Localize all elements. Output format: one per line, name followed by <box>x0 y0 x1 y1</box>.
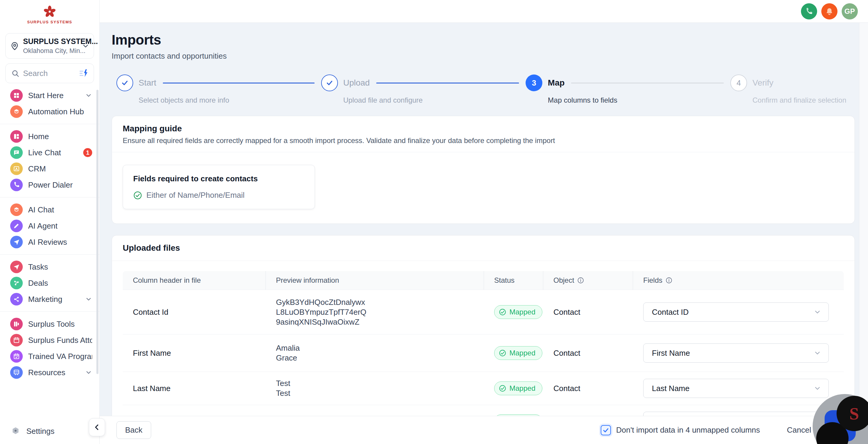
field-select[interactable]: Business Name <box>643 412 829 416</box>
uploaded-files-title: Uploaded files <box>123 243 844 253</box>
preview-cell: GykB3YdHQocZtDnalywx L8LuOBYmpuzTpfT74er… <box>266 290 484 334</box>
layout-icon <box>10 318 23 330</box>
calendar-check-icon <box>10 350 23 362</box>
step-number-circle: 4 <box>730 74 747 91</box>
sidebar-item-label: AI Reviews <box>28 237 67 247</box>
sidebar-item-crm[interactable]: CRM <box>0 161 99 177</box>
sidebar-item-label: CRM <box>28 164 46 173</box>
step-number: 4 <box>737 78 741 88</box>
phone-icon <box>805 7 813 15</box>
field-select[interactable]: First Name <box>643 344 829 362</box>
preview-line: 9asinqXNISqJIwaOixwZ <box>276 317 360 327</box>
page-scrollbar-gutter[interactable] <box>859 23 868 416</box>
step-label: Start <box>138 78 156 88</box>
sidebar-item-ai-chat[interactable]: AI Chat <box>0 202 99 218</box>
step-caption: Confirm and finalize selection <box>752 96 850 104</box>
preview-cell: Test Test <box>266 372 484 405</box>
location-switcher[interactable]: SURPLUS SYSTEM... Oklahoma City, Min... <box>5 33 94 59</box>
automation-icon <box>10 105 23 118</box>
chat-launcher[interactable]: S <box>813 394 868 444</box>
required-fields-title: Fields required to create contacts <box>133 174 304 183</box>
info-icon[interactable] <box>577 277 584 284</box>
sidebar-item-label: Tasks <box>28 262 48 272</box>
check-circle-icon <box>499 349 506 357</box>
sidebar-item-label: Start Here <box>28 91 64 100</box>
page-subtitle: Import contacts and opportunities <box>112 52 855 61</box>
file-column-name: Contact Id <box>123 290 266 334</box>
user-avatar[interactable]: GP <box>842 3 858 20</box>
location-city: Oklahoma City, Min... <box>23 47 78 55</box>
status-cell: Mapped <box>484 335 543 372</box>
fields-cell: First Name <box>633 335 844 372</box>
chat-brand-initial: S <box>849 404 859 424</box>
field-select[interactable]: Last Name <box>643 379 829 398</box>
column-header-label: Object <box>553 276 574 285</box>
nodes-icon <box>10 277 23 289</box>
sidebar-item-deals[interactable]: Deals <box>0 275 99 291</box>
pencil-icon <box>10 220 23 232</box>
pinwheel-logo-icon <box>43 5 57 19</box>
file-column-name: Last Name <box>123 372 266 405</box>
step-label: Verify <box>752 78 773 88</box>
preview-line: GykB3YdHQocZtDnalywx <box>276 297 365 307</box>
sidebar-item-automation-hub[interactable]: Automation Hub <box>0 103 99 120</box>
fields-cell: Contact ID <box>633 290 844 334</box>
sidebar-collapse-button[interactable] <box>89 418 105 436</box>
id-card-icon <box>10 162 23 175</box>
search-box[interactable] <box>5 63 94 83</box>
divider <box>0 254 99 255</box>
quick-actions-icon[interactable] <box>79 68 89 78</box>
check-circle-icon <box>133 191 142 200</box>
sidebar-item-ai-agent[interactable]: AI Agent <box>0 218 99 234</box>
preview-line: Test <box>276 378 290 388</box>
sidebar-item-tasks[interactable]: Tasks <box>0 259 99 275</box>
brand-name: SURPLUS SYSTEMS <box>27 20 72 24</box>
table-row: Contact Id GykB3YdHQocZtDnalywx L8LuOBYm… <box>123 290 844 334</box>
info-icon[interactable] <box>665 277 673 284</box>
sidebar-item-ai-reviews[interactable]: AI Reviews <box>0 234 99 250</box>
sidebar-scrollbar[interactable] <box>96 90 98 374</box>
calendar-icon <box>10 334 23 346</box>
sidebar-item-start-here[interactable]: Start Here <box>0 87 99 103</box>
sidebar-item-resources[interactable]: Resources <box>0 364 99 381</box>
chevron-down-icon <box>813 349 821 357</box>
object-cell: Contact <box>543 405 633 416</box>
sidebar-item-live-chat[interactable]: Live Chat 1 <box>0 145 99 161</box>
object-cell: Contact <box>543 335 633 372</box>
sidebar-item-trained-va[interactable]: Trained VA Program <box>0 348 99 364</box>
field-select[interactable]: Contact ID <box>643 303 829 322</box>
check-circle-icon <box>499 308 506 316</box>
phone-button[interactable] <box>801 3 817 20</box>
sidebar-item-label: Marketing <box>28 295 62 304</box>
preview-line: L8LuOBYmpuzTpfT74erQ <box>276 307 366 317</box>
sidebar-item-home[interactable]: Home <box>0 128 99 145</box>
field-select-value: First Name <box>652 349 813 358</box>
phone-icon <box>10 179 23 191</box>
gear-icon <box>10 426 21 437</box>
cancel-button[interactable]: Cancel <box>787 425 811 435</box>
sidebar-item-surplus-tools[interactable]: Surplus Tools <box>0 316 99 332</box>
step-number-circle: 3 <box>526 74 542 91</box>
chevron-down-icon <box>813 308 821 316</box>
sidebar-nav: Start Here Automation Hub Home Live Chat… <box>0 87 99 381</box>
field-select-value: Contact ID <box>652 308 813 317</box>
back-button[interactable]: Back <box>117 421 151 439</box>
check-icon <box>121 79 129 87</box>
fields-cell: Business Name <box>633 405 844 416</box>
check-icon <box>326 79 334 87</box>
step-caption: Map columns to fields <box>548 96 730 104</box>
sidebar-item-power-dialer[interactable]: Power Dialer <box>0 177 99 193</box>
object-cell: Contact <box>543 372 633 405</box>
sidebar-item-surplus-funds[interactable]: Surplus Funds Attorn... <box>0 332 99 348</box>
file-column-name: Business Name <box>123 405 266 416</box>
sidebar-item-label: AI Chat <box>28 205 54 215</box>
skip-unmapped-checkbox[interactable] <box>601 425 611 435</box>
sidebar-item-marketing[interactable]: Marketing <box>0 291 99 307</box>
sidebar-item-settings[interactable]: Settings <box>0 423 99 439</box>
bus-icon <box>10 366 23 379</box>
preview-line: Grace <box>276 353 297 363</box>
search-input[interactable] <box>23 69 75 78</box>
status-label: Mapped <box>509 349 535 357</box>
check-icon <box>602 426 610 434</box>
notifications-button[interactable] <box>821 3 837 20</box>
